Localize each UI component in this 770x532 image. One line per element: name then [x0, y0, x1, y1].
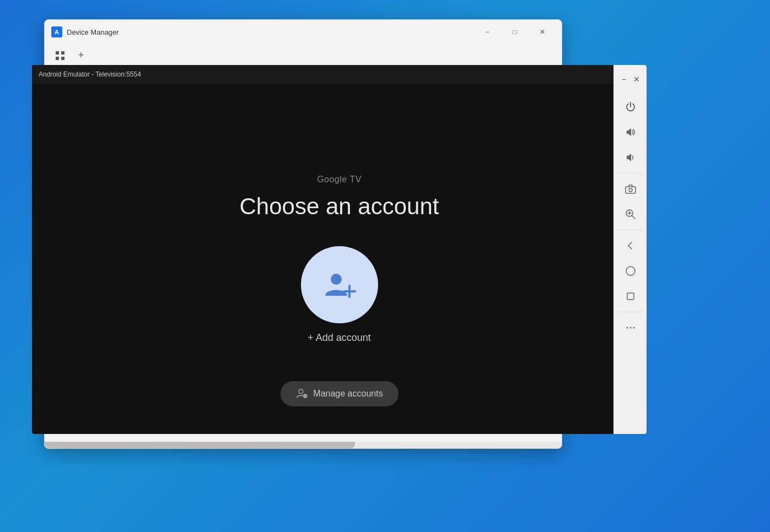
- svg-marker-9: [627, 128, 631, 136]
- emulator-titlebar: Android Emulator - Television:5554: [32, 65, 647, 84]
- svg-rect-11: [626, 187, 636, 193]
- emulator-close-icon: ✕: [633, 75, 640, 84]
- device-manager-toolbar: +: [45, 44, 562, 67]
- device-manager-scrollbar[interactable]: [45, 442, 562, 448]
- power-icon: [624, 101, 637, 113]
- recents-icon: [624, 290, 637, 302]
- add-account-label: + Add account: [308, 332, 371, 344]
- device-manager-title: Device Manager: [67, 28, 119, 36]
- camera-button[interactable]: [618, 177, 643, 201]
- svg-line-14: [632, 216, 635, 219]
- choose-account-title: Choose an account: [240, 193, 439, 220]
- device-manager-titlebar: A Device Manager − □ ✕: [45, 20, 562, 44]
- side-panel-top-controls: − ✕: [614, 69, 647, 89]
- add-account-button[interactable]: + Add account: [301, 246, 378, 344]
- svg-point-20: [629, 327, 631, 329]
- svg-rect-18: [627, 293, 634, 300]
- emulator-minimize-icon: −: [622, 75, 626, 84]
- add-icon: +: [78, 50, 84, 61]
- manage-accounts-label: Manage accounts: [313, 389, 383, 399]
- more-icon: [624, 322, 637, 334]
- device-manager-logo: A: [51, 26, 62, 37]
- camera-icon: [624, 183, 637, 195]
- svg-point-12: [629, 188, 632, 192]
- emulator-minimize-button[interactable]: −: [618, 72, 629, 87]
- svg-point-21: [633, 327, 634, 329]
- manage-accounts-icon: [295, 388, 308, 400]
- recents-button[interactable]: [618, 284, 643, 308]
- home-icon: [624, 265, 637, 277]
- volume-down-icon: [624, 151, 637, 164]
- device-manager-title-left: A Device Manager: [51, 26, 119, 37]
- google-tv-label: Google TV: [317, 175, 362, 184]
- svg-rect-2: [56, 57, 59, 60]
- svg-point-7: [298, 389, 303, 394]
- device-manager-minimize-button[interactable]: −: [475, 23, 500, 41]
- emulator-close-button[interactable]: ✕: [632, 72, 643, 87]
- add-account-icon: [322, 267, 357, 302]
- emulator-title: Android Emulator - Television:5554: [39, 70, 141, 78]
- back-icon: [624, 240, 637, 252]
- svg-rect-3: [61, 57, 64, 60]
- emulator-screen-area: Google TV Choose an account + Add accoun…: [32, 84, 647, 434]
- home-button[interactable]: [618, 259, 643, 283]
- svg-rect-1: [61, 51, 64, 55]
- device-manager-close-button[interactable]: ✕: [530, 23, 555, 41]
- add-account-circle: [301, 246, 378, 323]
- svg-point-19: [626, 327, 628, 329]
- svg-rect-0: [56, 51, 59, 55]
- zoom-icon: [624, 208, 637, 220]
- manage-accounts-button[interactable]: Manage accounts: [280, 381, 398, 406]
- volume-down-button[interactable]: [618, 145, 643, 170]
- power-button[interactable]: [618, 95, 643, 119]
- grid-icon: [55, 51, 65, 61]
- svg-point-4: [331, 274, 342, 285]
- device-manager-maximize-button[interactable]: □: [502, 23, 527, 41]
- more-button[interactable]: [618, 316, 643, 340]
- svg-marker-10: [627, 154, 631, 161]
- emulator-content: Google TV Choose an account + Add accoun…: [32, 84, 647, 434]
- emulator-window: Android Emulator - Television:5554 Googl…: [32, 65, 647, 434]
- emulator-side-panel: − ✕: [613, 65, 647, 434]
- device-manager-grid-button[interactable]: [51, 47, 69, 64]
- side-divider-3: [617, 312, 643, 312]
- back-button[interactable]: [618, 234, 643, 258]
- device-manager-add-button[interactable]: +: [72, 47, 90, 64]
- zoom-button[interactable]: [618, 202, 643, 226]
- side-divider-1: [617, 173, 643, 173]
- volume-up-button[interactable]: [618, 120, 643, 144]
- svg-point-17: [626, 267, 635, 275]
- device-manager-window-controls: − □ ✕: [475, 23, 555, 41]
- device-manager-scrollbar-thumb: [45, 442, 355, 448]
- side-divider-2: [617, 230, 643, 230]
- volume-up-icon: [624, 126, 637, 138]
